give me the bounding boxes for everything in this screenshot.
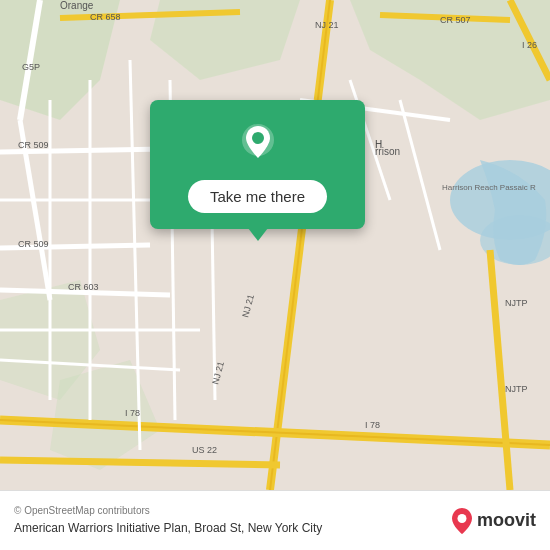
svg-point-55 bbox=[457, 514, 466, 523]
popup-card[interactable]: Take me there bbox=[150, 100, 365, 229]
svg-text:I 78: I 78 bbox=[365, 420, 380, 430]
svg-text:NJTP: NJTP bbox=[505, 298, 528, 308]
svg-text:CR 509: CR 509 bbox=[18, 140, 49, 150]
svg-text:CR 507: CR 507 bbox=[440, 15, 471, 25]
svg-line-12 bbox=[0, 460, 280, 465]
svg-text:CR 658: CR 658 bbox=[90, 12, 121, 22]
copyright-text: © OpenStreetMap contributors bbox=[14, 505, 150, 516]
svg-text:NJTP: NJTP bbox=[505, 384, 528, 394]
svg-text:US 22: US 22 bbox=[192, 445, 217, 455]
svg-text:H: H bbox=[375, 139, 382, 150]
map-container: CR 658 NJ 21 CR 507 I 26 G5P CR 509 CR 5… bbox=[0, 0, 550, 490]
moovit-pin-icon bbox=[451, 507, 473, 535]
moovit-logo: moovit bbox=[451, 507, 536, 535]
moovit-text: moovit bbox=[477, 510, 536, 531]
location-icon-wrap bbox=[234, 118, 282, 170]
svg-point-54 bbox=[252, 132, 264, 144]
footer-address: American Warriors Initiative Plan, Broad… bbox=[14, 520, 451, 537]
svg-text:I 26: I 26 bbox=[522, 40, 537, 50]
svg-text:I 78: I 78 bbox=[125, 408, 140, 418]
svg-text:CR 603: CR 603 bbox=[68, 282, 99, 292]
svg-text:G5P: G5P bbox=[22, 62, 40, 72]
svg-text:Orange: Orange bbox=[60, 0, 94, 11]
svg-text:NJ 21: NJ 21 bbox=[315, 20, 339, 30]
svg-text:Harrison Reach Passaic R: Harrison Reach Passaic R bbox=[442, 183, 536, 192]
footer-bar: © OpenStreetMap contributors American Wa… bbox=[0, 490, 550, 550]
svg-text:CR 509: CR 509 bbox=[18, 239, 49, 249]
footer-copyright: © OpenStreetMap contributors bbox=[14, 504, 451, 518]
location-pin-icon bbox=[234, 118, 282, 166]
take-me-there-button[interactable]: Take me there bbox=[188, 180, 327, 213]
